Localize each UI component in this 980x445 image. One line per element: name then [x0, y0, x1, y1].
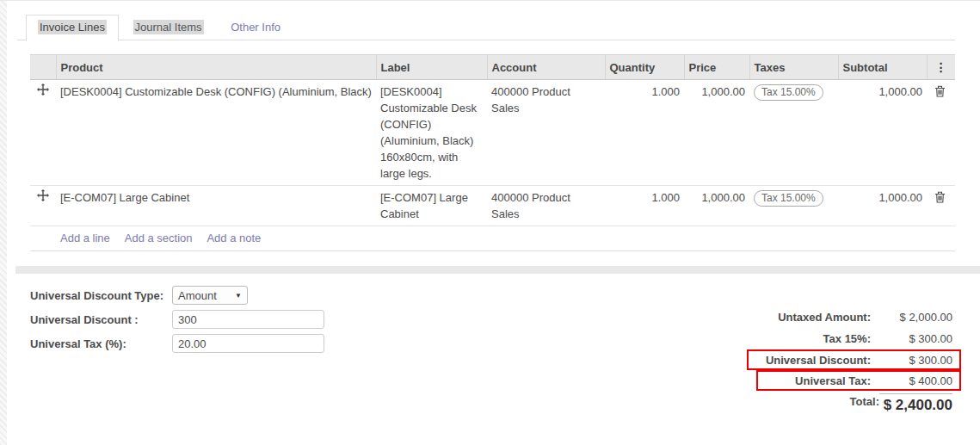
tax-tag[interactable]: Tax 15.00%: [754, 84, 823, 101]
total-label: Total:: [850, 393, 879, 408]
header-product[interactable]: Product: [56, 55, 376, 80]
cell-label[interactable]: [E-COM07] Large Cabinet: [376, 186, 487, 226]
header-quantity[interactable]: Quantity: [605, 55, 684, 80]
cell-subtotal: 1,000.00: [838, 80, 927, 186]
cell-taxes[interactable]: Tax 15.00%: [749, 186, 838, 226]
universal-discount-total-value: $ 300.00: [871, 354, 952, 367]
tab-other-info-label: Other Info: [229, 20, 282, 34]
totals-summary: Untaxed Amount: $ 2,000.00 Tax 15%: $ 30…: [747, 306, 961, 417]
drag-handle[interactable]: [30, 186, 56, 226]
add-a-line-link[interactable]: Add a line: [60, 232, 110, 244]
cell-price[interactable]: 1,000.00: [684, 80, 749, 186]
total-value: $ 2,400.00: [879, 393, 952, 414]
cell-taxes[interactable]: Tax 15.00%: [749, 80, 838, 186]
header-price[interactable]: Price: [684, 55, 749, 80]
delete-row-button[interactable]: [934, 191, 946, 207]
cell-account[interactable]: 400000 Product Sales: [487, 186, 605, 226]
header-subtotal[interactable]: Subtotal: [838, 55, 927, 80]
tax-tag[interactable]: Tax 15.00%: [754, 190, 823, 207]
table-header-row: Product Label Account Quantity Price Tax…: [30, 55, 955, 80]
universal-discount-row-highlight-box: Universal Discount: $ 300.00: [747, 349, 961, 370]
invoice-lines-table: Product Label Account Quantity Price Tax…: [30, 54, 955, 251]
header-label[interactable]: Label: [376, 55, 487, 80]
untaxed-amount-label: Untaxed Amount:: [778, 311, 871, 324]
universal-discount-type-select[interactable]: Amount ▼: [172, 286, 248, 305]
universal-tax-input[interactable]: [172, 334, 324, 353]
cell-product[interactable]: [DESK0004] Customizable Desk (CONFIG) (A…: [56, 80, 376, 186]
cell-quantity[interactable]: 1.000: [605, 186, 684, 226]
universal-discount-type-label: Universal Discount Type:: [30, 289, 172, 302]
notebook-tabs: Invoice Lines Journal Items Other Info: [17, 15, 955, 40]
universal-discount-form: Universal Discount Type: Amount ▼ Univer…: [30, 286, 340, 358]
total-row: Total: $ 2,400.00: [747, 393, 961, 417]
tab-other-info[interactable]: Other Info: [218, 15, 293, 41]
table-footer-row: Add a line Add a section Add a note: [30, 226, 955, 251]
cell-subtotal: 1,000.00: [838, 186, 927, 226]
drag-handle[interactable]: [30, 80, 56, 186]
universal-tax-label: Universal Tax (%):: [30, 337, 172, 350]
universal-tax-row-highlight-box: Universal Tax: $ 400.00: [756, 370, 961, 391]
universal-tax-total-label: Universal Tax:: [795, 374, 871, 387]
header-options-toggle[interactable]: ⋮: [927, 55, 955, 80]
untaxed-amount-value: $ 2,000.00: [871, 311, 952, 324]
sheet-edge-pattern: [0, 1, 7, 445]
tab-invoice-lines-label: Invoice Lines: [38, 20, 107, 34]
cell-actions: [927, 80, 955, 186]
vertical-dots-icon[interactable]: ⋮: [932, 60, 952, 74]
cell-product[interactable]: [E-COM07] Large Cabinet: [56, 186, 376, 226]
add-a-note-link[interactable]: Add a note: [206, 232, 261, 244]
universal-discount-label: Universal Discount :: [30, 313, 172, 326]
universal-discount-total-label: Universal Discount:: [766, 354, 871, 367]
tab-invoice-lines[interactable]: Invoice Lines: [26, 15, 119, 41]
delete-row-button[interactable]: [934, 85, 946, 102]
trash-icon: [934, 191, 946, 203]
cell-label[interactable]: [DESK0004] Customizable Desk (CONFIG) (A…: [376, 80, 487, 186]
move-icon: [37, 189, 49, 201]
dropdown-caret-icon: ▼: [235, 292, 242, 300]
tab-journal-items[interactable]: Journal Items: [122, 15, 215, 41]
cell-price[interactable]: 1,000.00: [684, 186, 749, 226]
cell-account[interactable]: 400000 Product Sales: [487, 80, 605, 186]
tax-15-label: Tax 15%:: [823, 332, 871, 345]
universal-tax-total-value: $ 400.00: [871, 374, 952, 387]
header-account[interactable]: Account: [487, 55, 605, 80]
universal-discount-input[interactable]: [172, 310, 324, 329]
tax-15-row: Tax 15%: $ 300.00: [747, 328, 961, 349]
table-row: [E-COM07] Large Cabinet [E-COM07] Large …: [30, 186, 955, 226]
cell-actions: [927, 186, 955, 226]
untaxed-amount-row: Untaxed Amount: $ 2,000.00: [747, 306, 961, 328]
cell-quantity[interactable]: 1.000: [605, 80, 684, 186]
header-taxes[interactable]: Taxes: [749, 55, 838, 80]
tab-journal-items-label: Journal Items: [133, 20, 204, 34]
add-a-section-link[interactable]: Add a section: [125, 232, 193, 244]
tax-15-value: $ 300.00: [871, 332, 952, 345]
trash-icon: [934, 85, 946, 97]
selected-option: Amount: [178, 289, 217, 302]
move-icon: [37, 83, 49, 96]
header-handle: [30, 55, 56, 80]
section-separator: [15, 266, 980, 274]
table-row: [DESK0004] Customizable Desk (CONFIG) (A…: [30, 80, 955, 186]
